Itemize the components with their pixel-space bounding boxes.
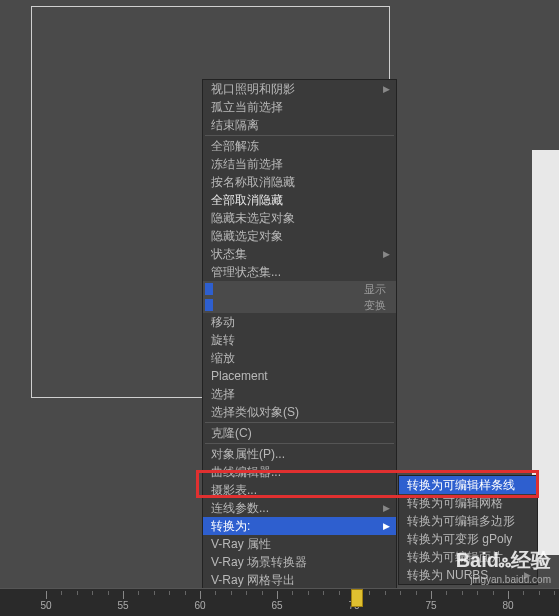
tick-minor: [369, 591, 370, 595]
tick-minor: [77, 591, 78, 595]
submenu-item[interactable]: 转换为可编辑多边形: [399, 512, 537, 530]
tick-minor: [92, 591, 93, 595]
context-menu: 视口照明和阴影孤立当前选择结束隔离全部解冻冻结当前选择按名称取消隐藏全部取消隐藏…: [202, 79, 397, 616]
tick-minor: [554, 591, 555, 595]
menu-item[interactable]: 连线参数...: [203, 499, 396, 517]
tick-minor: [215, 591, 216, 595]
menu-item[interactable]: 选择: [203, 385, 396, 403]
tick-major: [508, 591, 509, 599]
menu-item[interactable]: Placement: [203, 367, 396, 385]
tick-minor: [246, 591, 247, 595]
tick-major: [123, 591, 124, 599]
tick-major: [431, 591, 432, 599]
tick-minor: [446, 591, 447, 595]
menu-item[interactable]: 全部解冻: [203, 137, 396, 155]
tick-label: 60: [194, 600, 205, 611]
submenu-item[interactable]: 转换为可编辑样条线: [399, 476, 537, 494]
menu-item[interactable]: 克隆(C): [203, 424, 396, 442]
tick-label: 50: [40, 600, 51, 611]
tick-minor: [523, 591, 524, 595]
tick-minor: [462, 591, 463, 595]
menu-item[interactable]: 缩放: [203, 349, 396, 367]
menu-item[interactable]: 状态集: [203, 245, 396, 263]
tick-minor: [477, 591, 478, 595]
menu-item[interactable]: 全部取消隐藏: [203, 191, 396, 209]
tick-minor: [385, 591, 386, 595]
time-marker[interactable]: [351, 589, 363, 607]
menu-item[interactable]: V-Ray 属性: [203, 535, 396, 553]
tick-minor: [308, 591, 309, 595]
watermark-url: jingyan.baidu.com: [456, 573, 551, 586]
tick-major: [46, 591, 47, 599]
tick-minor: [169, 591, 170, 595]
menu-item[interactable]: V-Ray 网格导出: [203, 571, 396, 589]
menu-item[interactable]: 选择类似对象(S): [203, 403, 396, 421]
menu-separator: [205, 443, 394, 444]
tick-minor: [262, 591, 263, 595]
tick-major: [277, 591, 278, 599]
menu-item[interactable]: 转换为:: [203, 517, 396, 535]
tick-minor: [323, 591, 324, 595]
watermark-brand: Baidஃ经验: [456, 547, 551, 573]
tick-minor: [416, 591, 417, 595]
menu-item[interactable]: 对象属性(P)...: [203, 445, 396, 463]
tick-minor: [138, 591, 139, 595]
menu-section-header: 显示: [203, 281, 396, 297]
menu-item[interactable]: 隐藏未选定对象: [203, 209, 396, 227]
submenu-item[interactable]: 转换为可变形 gPoly: [399, 530, 537, 548]
tick-minor: [339, 591, 340, 595]
menu-item[interactable]: 隐藏选定对象: [203, 227, 396, 245]
menu-item[interactable]: 视口照明和阴影: [203, 80, 396, 98]
tick-minor: [400, 591, 401, 595]
menu-separator: [205, 422, 394, 423]
menu-item[interactable]: 管理状态集...: [203, 263, 396, 281]
menu-item[interactable]: 移动: [203, 313, 396, 331]
tick-label: 55: [117, 600, 128, 611]
menu-separator: [205, 135, 394, 136]
timeline[interactable]: 50556065707580: [0, 588, 559, 616]
tick-major: [200, 591, 201, 599]
tick-minor: [108, 591, 109, 595]
menu-section-header: 变换: [203, 297, 396, 313]
tick-label: 80: [502, 600, 513, 611]
tick-label: 65: [271, 600, 282, 611]
menu-item[interactable]: 孤立当前选择: [203, 98, 396, 116]
tick-minor: [539, 591, 540, 595]
tick-minor: [231, 591, 232, 595]
menu-item[interactable]: 冻结当前选择: [203, 155, 396, 173]
menu-item[interactable]: 曲线编辑器...: [203, 463, 396, 481]
tick-minor: [61, 591, 62, 595]
tick-label: 75: [425, 600, 436, 611]
tick-minor: [154, 591, 155, 595]
submenu-item[interactable]: 转换为可编辑网格: [399, 494, 537, 512]
menu-item[interactable]: 摄影表...: [203, 481, 396, 499]
menu-item[interactable]: V-Ray 场景转换器: [203, 553, 396, 571]
menu-item[interactable]: 按名称取消隐藏: [203, 173, 396, 191]
menu-item[interactable]: 结束隔离: [203, 116, 396, 134]
tick-minor: [493, 591, 494, 595]
tick-minor: [292, 591, 293, 595]
tick-minor: [185, 591, 186, 595]
menu-item[interactable]: 旋转: [203, 331, 396, 349]
watermark: Baidஃ经验 jingyan.baidu.com: [456, 547, 551, 586]
